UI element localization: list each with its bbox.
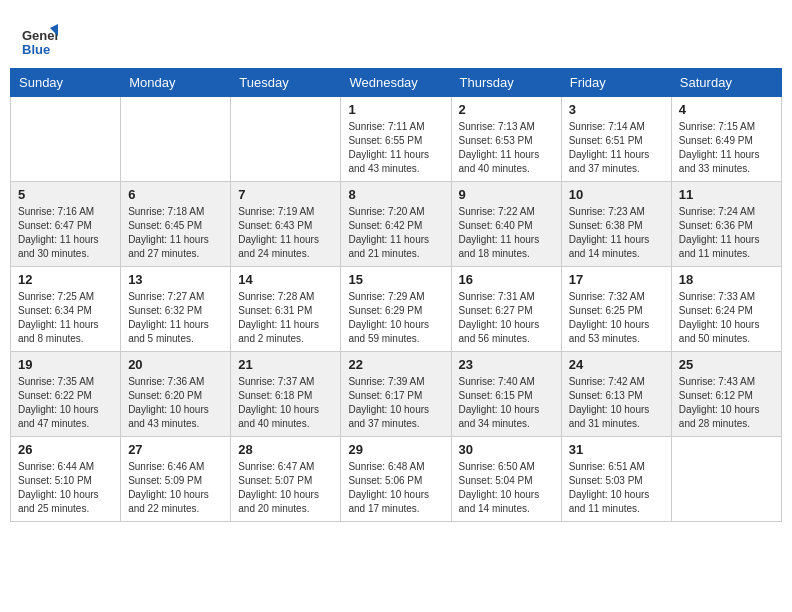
day-info: Sunrise: 7:43 AM Sunset: 6:12 PM Dayligh… <box>679 375 774 431</box>
calendar-table: SundayMondayTuesdayWednesdayThursdayFrid… <box>10 68 782 522</box>
calendar-cell <box>11 97 121 182</box>
day-header-friday: Friday <box>561 69 671 97</box>
day-header-saturday: Saturday <box>671 69 781 97</box>
day-info: Sunrise: 7:24 AM Sunset: 6:36 PM Dayligh… <box>679 205 774 261</box>
logo-icon: General Blue <box>20 20 58 58</box>
page-header: General Blue <box>10 10 782 68</box>
day-number: 21 <box>238 357 333 372</box>
day-info: Sunrise: 7:27 AM Sunset: 6:32 PM Dayligh… <box>128 290 223 346</box>
calendar-cell: 31Sunrise: 6:51 AM Sunset: 5:03 PM Dayli… <box>561 437 671 522</box>
day-number: 10 <box>569 187 664 202</box>
day-number: 15 <box>348 272 443 287</box>
day-number: 3 <box>569 102 664 117</box>
day-info: Sunrise: 7:18 AM Sunset: 6:45 PM Dayligh… <box>128 205 223 261</box>
day-info: Sunrise: 7:11 AM Sunset: 6:55 PM Dayligh… <box>348 120 443 176</box>
day-info: Sunrise: 6:48 AM Sunset: 5:06 PM Dayligh… <box>348 460 443 516</box>
day-info: Sunrise: 7:23 AM Sunset: 6:38 PM Dayligh… <box>569 205 664 261</box>
day-header-monday: Monday <box>121 69 231 97</box>
day-info: Sunrise: 7:29 AM Sunset: 6:29 PM Dayligh… <box>348 290 443 346</box>
day-info: Sunrise: 7:13 AM Sunset: 6:53 PM Dayligh… <box>459 120 554 176</box>
calendar-cell: 27Sunrise: 6:46 AM Sunset: 5:09 PM Dayli… <box>121 437 231 522</box>
day-number: 20 <box>128 357 223 372</box>
day-header-tuesday: Tuesday <box>231 69 341 97</box>
day-info: Sunrise: 6:44 AM Sunset: 5:10 PM Dayligh… <box>18 460 113 516</box>
calendar-week-2: 5Sunrise: 7:16 AM Sunset: 6:47 PM Daylig… <box>11 182 782 267</box>
calendar-week-1: 1Sunrise: 7:11 AM Sunset: 6:55 PM Daylig… <box>11 97 782 182</box>
day-header-thursday: Thursday <box>451 69 561 97</box>
day-info: Sunrise: 7:31 AM Sunset: 6:27 PM Dayligh… <box>459 290 554 346</box>
calendar-cell: 14Sunrise: 7:28 AM Sunset: 6:31 PM Dayli… <box>231 267 341 352</box>
day-header-wednesday: Wednesday <box>341 69 451 97</box>
day-info: Sunrise: 6:46 AM Sunset: 5:09 PM Dayligh… <box>128 460 223 516</box>
day-info: Sunrise: 6:50 AM Sunset: 5:04 PM Dayligh… <box>459 460 554 516</box>
day-number: 29 <box>348 442 443 457</box>
day-number: 1 <box>348 102 443 117</box>
calendar-cell: 13Sunrise: 7:27 AM Sunset: 6:32 PM Dayli… <box>121 267 231 352</box>
calendar-week-3: 12Sunrise: 7:25 AM Sunset: 6:34 PM Dayli… <box>11 267 782 352</box>
day-number: 5 <box>18 187 113 202</box>
calendar-cell: 7Sunrise: 7:19 AM Sunset: 6:43 PM Daylig… <box>231 182 341 267</box>
calendar-cell: 4Sunrise: 7:15 AM Sunset: 6:49 PM Daylig… <box>671 97 781 182</box>
calendar-cell: 20Sunrise: 7:36 AM Sunset: 6:20 PM Dayli… <box>121 352 231 437</box>
calendar-cell: 8Sunrise: 7:20 AM Sunset: 6:42 PM Daylig… <box>341 182 451 267</box>
calendar-cell: 6Sunrise: 7:18 AM Sunset: 6:45 PM Daylig… <box>121 182 231 267</box>
calendar-cell: 5Sunrise: 7:16 AM Sunset: 6:47 PM Daylig… <box>11 182 121 267</box>
calendar-cell: 10Sunrise: 7:23 AM Sunset: 6:38 PM Dayli… <box>561 182 671 267</box>
day-info: Sunrise: 7:35 AM Sunset: 6:22 PM Dayligh… <box>18 375 113 431</box>
calendar-cell: 21Sunrise: 7:37 AM Sunset: 6:18 PM Dayli… <box>231 352 341 437</box>
day-info: Sunrise: 7:40 AM Sunset: 6:15 PM Dayligh… <box>459 375 554 431</box>
calendar-week-5: 26Sunrise: 6:44 AM Sunset: 5:10 PM Dayli… <box>11 437 782 522</box>
day-info: Sunrise: 7:28 AM Sunset: 6:31 PM Dayligh… <box>238 290 333 346</box>
calendar-cell: 30Sunrise: 6:50 AM Sunset: 5:04 PM Dayli… <box>451 437 561 522</box>
day-info: Sunrise: 7:37 AM Sunset: 6:18 PM Dayligh… <box>238 375 333 431</box>
calendar-cell: 9Sunrise: 7:22 AM Sunset: 6:40 PM Daylig… <box>451 182 561 267</box>
logo: General Blue <box>20 20 58 58</box>
day-number: 4 <box>679 102 774 117</box>
calendar-cell: 3Sunrise: 7:14 AM Sunset: 6:51 PM Daylig… <box>561 97 671 182</box>
calendar-header-row: SundayMondayTuesdayWednesdayThursdayFrid… <box>11 69 782 97</box>
day-number: 19 <box>18 357 113 372</box>
day-info: Sunrise: 7:33 AM Sunset: 6:24 PM Dayligh… <box>679 290 774 346</box>
calendar-cell: 16Sunrise: 7:31 AM Sunset: 6:27 PM Dayli… <box>451 267 561 352</box>
calendar-cell: 28Sunrise: 6:47 AM Sunset: 5:07 PM Dayli… <box>231 437 341 522</box>
day-number: 11 <box>679 187 774 202</box>
calendar-cell: 25Sunrise: 7:43 AM Sunset: 6:12 PM Dayli… <box>671 352 781 437</box>
day-number: 23 <box>459 357 554 372</box>
day-info: Sunrise: 7:36 AM Sunset: 6:20 PM Dayligh… <box>128 375 223 431</box>
calendar-cell: 18Sunrise: 7:33 AM Sunset: 6:24 PM Dayli… <box>671 267 781 352</box>
calendar-cell: 26Sunrise: 6:44 AM Sunset: 5:10 PM Dayli… <box>11 437 121 522</box>
day-number: 2 <box>459 102 554 117</box>
day-info: Sunrise: 7:39 AM Sunset: 6:17 PM Dayligh… <box>348 375 443 431</box>
day-header-sunday: Sunday <box>11 69 121 97</box>
day-number: 13 <box>128 272 223 287</box>
calendar-cell: 29Sunrise: 6:48 AM Sunset: 5:06 PM Dayli… <box>341 437 451 522</box>
day-info: Sunrise: 7:20 AM Sunset: 6:42 PM Dayligh… <box>348 205 443 261</box>
day-info: Sunrise: 7:16 AM Sunset: 6:47 PM Dayligh… <box>18 205 113 261</box>
day-info: Sunrise: 6:51 AM Sunset: 5:03 PM Dayligh… <box>569 460 664 516</box>
calendar-cell: 1Sunrise: 7:11 AM Sunset: 6:55 PM Daylig… <box>341 97 451 182</box>
day-number: 7 <box>238 187 333 202</box>
day-info: Sunrise: 7:42 AM Sunset: 6:13 PM Dayligh… <box>569 375 664 431</box>
calendar-cell <box>231 97 341 182</box>
day-info: Sunrise: 7:22 AM Sunset: 6:40 PM Dayligh… <box>459 205 554 261</box>
day-number: 22 <box>348 357 443 372</box>
day-number: 31 <box>569 442 664 457</box>
day-number: 24 <box>569 357 664 372</box>
day-number: 9 <box>459 187 554 202</box>
calendar-cell <box>121 97 231 182</box>
calendar-cell: 19Sunrise: 7:35 AM Sunset: 6:22 PM Dayli… <box>11 352 121 437</box>
day-number: 30 <box>459 442 554 457</box>
day-info: Sunrise: 7:25 AM Sunset: 6:34 PM Dayligh… <box>18 290 113 346</box>
day-number: 12 <box>18 272 113 287</box>
day-number: 16 <box>459 272 554 287</box>
day-info: Sunrise: 7:14 AM Sunset: 6:51 PM Dayligh… <box>569 120 664 176</box>
day-number: 27 <box>128 442 223 457</box>
calendar-week-4: 19Sunrise: 7:35 AM Sunset: 6:22 PM Dayli… <box>11 352 782 437</box>
day-number: 8 <box>348 187 443 202</box>
calendar-cell: 22Sunrise: 7:39 AM Sunset: 6:17 PM Dayli… <box>341 352 451 437</box>
calendar-cell: 24Sunrise: 7:42 AM Sunset: 6:13 PM Dayli… <box>561 352 671 437</box>
day-number: 6 <box>128 187 223 202</box>
day-info: Sunrise: 6:47 AM Sunset: 5:07 PM Dayligh… <box>238 460 333 516</box>
calendar-cell: 11Sunrise: 7:24 AM Sunset: 6:36 PM Dayli… <box>671 182 781 267</box>
day-info: Sunrise: 7:32 AM Sunset: 6:25 PM Dayligh… <box>569 290 664 346</box>
